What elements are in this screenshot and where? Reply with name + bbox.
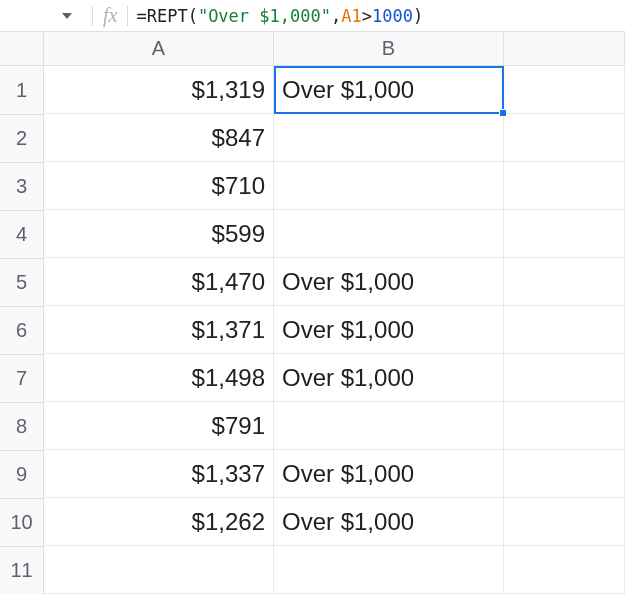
table-row: $599 — [44, 210, 625, 258]
row-header-2[interactable]: 2 — [0, 114, 44, 162]
row-header-10[interactable]: 10 — [0, 498, 44, 546]
column-headers: A B — [44, 32, 625, 66]
cell-B8[interactable] — [274, 402, 504, 450]
cell-B7[interactable]: Over $1,000 — [274, 354, 504, 402]
column-header-A[interactable]: A — [44, 32, 274, 66]
formula-lparen: ( — [188, 6, 198, 26]
cell-B9[interactable]: Over $1,000 — [274, 450, 504, 498]
table-row: $1,262 Over $1,000 — [44, 498, 625, 546]
row-headers: 1 2 3 4 5 6 7 8 9 10 11 — [0, 66, 44, 594]
cell-A5[interactable]: $1,470 — [44, 258, 274, 306]
cell-A4[interactable]: $599 — [44, 210, 274, 258]
cell-B3[interactable] — [274, 162, 504, 210]
table-row: $710 — [44, 162, 625, 210]
table-row: $791 — [44, 402, 625, 450]
row-header-1[interactable]: 1 — [0, 66, 44, 114]
cell-B2[interactable] — [274, 114, 504, 162]
formula-string: "Over $1,000" — [198, 6, 331, 26]
formula-input[interactable]: =REPT("Over $1,000",A1>1000) — [136, 6, 423, 26]
cell-A3[interactable]: $710 — [44, 162, 274, 210]
cell-A6[interactable]: $1,371 — [44, 306, 274, 354]
cell-C7[interactable] — [504, 354, 625, 402]
divider — [92, 6, 93, 26]
table-row: $847 — [44, 114, 625, 162]
cell-B1[interactable]: Over $1,000 — [274, 66, 504, 114]
row-header-9[interactable]: 9 — [0, 450, 44, 498]
formula-fn: REPT — [147, 6, 188, 26]
cell-A8[interactable]: $791 — [44, 402, 274, 450]
table-row: $1,470 Over $1,000 — [44, 258, 625, 306]
cell-A1[interactable]: $1,319 — [44, 66, 274, 114]
cell-B4[interactable] — [274, 210, 504, 258]
row-header-6[interactable]: 6 — [0, 306, 44, 354]
cell-B11[interactable] — [274, 546, 504, 594]
table-row: $1,371 Over $1,000 — [44, 306, 625, 354]
table-row: $1,319 Over $1,000 — [44, 66, 625, 114]
cell-A10[interactable]: $1,262 — [44, 498, 274, 546]
cell-C2[interactable] — [504, 114, 625, 162]
cell-A9[interactable]: $1,337 — [44, 450, 274, 498]
cell-C3[interactable] — [504, 162, 625, 210]
row-header-7[interactable]: 7 — [0, 354, 44, 402]
column-header-C[interactable] — [504, 32, 625, 66]
fx-icon: fx — [103, 4, 117, 27]
formula-bar: fx =REPT("Over $1,000",A1>1000) — [0, 0, 625, 32]
formula-gt: > — [362, 6, 372, 26]
row-header-3[interactable]: 3 — [0, 162, 44, 210]
formula-comma: , — [331, 6, 341, 26]
cell-C1[interactable] — [504, 66, 625, 114]
table-row: $1,498 Over $1,000 — [44, 354, 625, 402]
cell-C5[interactable] — [504, 258, 625, 306]
cell-A11[interactable] — [44, 546, 274, 594]
cell-grid: $1,319 Over $1,000 $847 $710 $599 $1,470… — [44, 66, 625, 594]
row-header-11[interactable]: 11 — [0, 546, 44, 594]
formula-ref: A1 — [341, 6, 361, 26]
cell-C10[interactable] — [504, 498, 625, 546]
formula-num: 1000 — [372, 6, 413, 26]
row-header-8[interactable]: 8 — [0, 402, 44, 450]
cell-B5[interactable]: Over $1,000 — [274, 258, 504, 306]
cell-C4[interactable] — [504, 210, 625, 258]
cell-C9[interactable] — [504, 450, 625, 498]
formula-rparen: ) — [413, 6, 423, 26]
table-row: $1,337 Over $1,000 — [44, 450, 625, 498]
divider — [127, 6, 128, 26]
cell-C11[interactable] — [504, 546, 625, 594]
select-all-corner[interactable] — [0, 32, 44, 66]
formula-eq: = — [136, 6, 146, 26]
cell-B6[interactable]: Over $1,000 — [274, 306, 504, 354]
table-row — [44, 546, 625, 594]
cell-A2[interactable]: $847 — [44, 114, 274, 162]
row-header-5[interactable]: 5 — [0, 258, 44, 306]
cell-B10[interactable]: Over $1,000 — [274, 498, 504, 546]
name-box-dropdown-icon[interactable] — [60, 9, 74, 23]
cell-C8[interactable] — [504, 402, 625, 450]
cell-A7[interactable]: $1,498 — [44, 354, 274, 402]
cell-C6[interactable] — [504, 306, 625, 354]
column-header-B[interactable]: B — [274, 32, 504, 66]
row-header-4[interactable]: 4 — [0, 210, 44, 258]
